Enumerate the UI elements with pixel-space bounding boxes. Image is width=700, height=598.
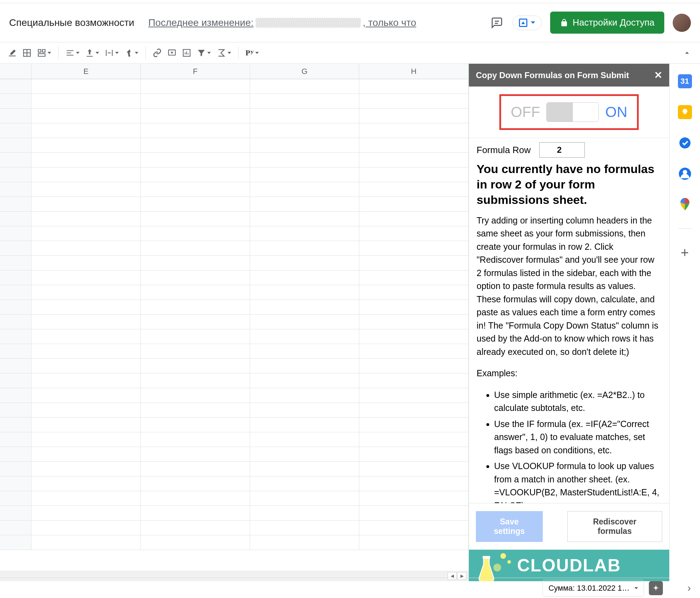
sidebar-header: Copy Down Formulas on Form Submit ✕ bbox=[469, 64, 669, 87]
grid-row[interactable] bbox=[0, 300, 469, 315]
present-button[interactable] bbox=[512, 15, 542, 30]
grid-row[interactable] bbox=[0, 403, 469, 418]
grid-row[interactable] bbox=[0, 447, 469, 462]
grid-row[interactable] bbox=[0, 270, 469, 285]
svg-rect-14 bbox=[483, 556, 490, 559]
insert-link-button[interactable] bbox=[151, 46, 164, 60]
menubar-row: Специальные возможности Последнее измене… bbox=[0, 3, 700, 42]
cloudlab-banner[interactable]: CLOUDLAB bbox=[469, 550, 669, 581]
input-tools-button[interactable]: РУ bbox=[243, 46, 261, 60]
collapse-toolbar-button[interactable] bbox=[680, 46, 694, 60]
toolbar: РУ bbox=[0, 42, 700, 64]
grid-row[interactable] bbox=[0, 212, 469, 226]
status-bar: Сумма: 13.01.2022 1… bbox=[0, 578, 669, 598]
text-wrap-button[interactable] bbox=[103, 46, 121, 60]
col-header[interactable]: G bbox=[250, 64, 359, 79]
grid-row[interactable] bbox=[0, 432, 469, 447]
toggle-on-label: ON bbox=[605, 104, 627, 121]
example-item: Use VLOOKUP formula to look up values fr… bbox=[494, 460, 661, 503]
example-item: Use the IF formula (ex. =IF(A2="Correct … bbox=[494, 418, 661, 457]
grid-row[interactable] bbox=[0, 506, 469, 521]
grid-row[interactable] bbox=[0, 418, 469, 432]
add-addon-button[interactable]: + bbox=[678, 246, 692, 260]
insert-comment-button[interactable] bbox=[165, 46, 179, 60]
grid-row[interactable] bbox=[0, 388, 469, 403]
grid-row[interactable] bbox=[0, 373, 469, 388]
addon-sidebar: Copy Down Formulas on Form Submit ✕ OFF … bbox=[469, 64, 669, 581]
grid-row[interactable] bbox=[0, 138, 469, 153]
share-button[interactable]: Настройки Доступа bbox=[550, 12, 664, 34]
keep-icon[interactable] bbox=[678, 105, 692, 119]
paint-format-button[interactable] bbox=[6, 46, 19, 60]
close-icon[interactable]: ✕ bbox=[654, 69, 662, 81]
hide-rail-button[interactable]: › bbox=[687, 582, 691, 594]
calendar-icon[interactable]: 31 bbox=[678, 74, 692, 88]
grid-row[interactable] bbox=[0, 153, 469, 167]
enable-toggle[interactable] bbox=[546, 102, 599, 122]
col-header[interactable]: E bbox=[32, 64, 141, 79]
cloudlab-label: CLOUDLAB bbox=[517, 555, 621, 576]
maps-icon[interactable] bbox=[678, 198, 692, 212]
insert-chart-button[interactable] bbox=[180, 46, 193, 60]
grid-row[interactable] bbox=[0, 256, 469, 270]
chevron-down-icon bbox=[531, 21, 535, 24]
share-label: Настройки Доступа bbox=[573, 17, 654, 28]
grid-row[interactable] bbox=[0, 241, 469, 256]
grid-row[interactable] bbox=[0, 109, 469, 123]
column-headers: E F G H bbox=[0, 64, 469, 79]
explore-button[interactable] bbox=[649, 581, 663, 595]
formula-row-label: Formula Row bbox=[477, 145, 531, 156]
horizontal-align-button[interactable] bbox=[63, 46, 82, 60]
grid-row[interactable] bbox=[0, 476, 469, 491]
functions-button[interactable] bbox=[214, 46, 233, 60]
formula-row-input[interactable] bbox=[539, 142, 585, 158]
redacted-author bbox=[256, 18, 361, 28]
text-rotation-button[interactable] bbox=[122, 46, 140, 60]
col-header[interactable]: H bbox=[359, 64, 469, 79]
vertical-align-button[interactable] bbox=[83, 46, 101, 60]
grid-row[interactable] bbox=[0, 462, 469, 476]
borders-button[interactable] bbox=[20, 46, 34, 60]
grid-row[interactable] bbox=[0, 123, 469, 138]
account-avatar[interactable] bbox=[673, 14, 691, 32]
filter-button[interactable] bbox=[195, 46, 213, 60]
grid-row[interactable] bbox=[0, 359, 469, 373]
enable-toggle-highlight: OFF ON bbox=[499, 94, 639, 130]
grid-row[interactable] bbox=[0, 94, 469, 109]
grid-row[interactable] bbox=[0, 182, 469, 197]
tasks-icon[interactable] bbox=[678, 136, 692, 150]
save-settings-button[interactable]: Save settings bbox=[476, 511, 543, 542]
grid-row[interactable] bbox=[0, 226, 469, 241]
grid-row[interactable] bbox=[0, 285, 469, 300]
sidebar-heading: You currently have no formulas in row 2 … bbox=[477, 161, 661, 208]
grid-row[interactable] bbox=[0, 197, 469, 212]
merge-cells-button[interactable] bbox=[35, 46, 53, 60]
grid-row[interactable] bbox=[0, 329, 469, 344]
grid-row[interactable] bbox=[0, 167, 469, 182]
svg-point-17 bbox=[682, 170, 687, 174]
present-icon bbox=[519, 19, 527, 27]
contacts-icon[interactable] bbox=[678, 167, 692, 181]
examples-label: Examples: bbox=[477, 367, 661, 380]
examples-list: Use simple arithmetic (ex. =A2*B2..) to … bbox=[477, 389, 661, 503]
quicksum-label: Сумма: 13.01.2022 1… bbox=[548, 584, 630, 593]
grid-row[interactable] bbox=[0, 535, 469, 550]
spreadsheet-grid[interactable]: E F G H ◀ ▶ bbox=[0, 64, 469, 581]
side-rail: 31 + bbox=[669, 64, 700, 581]
comments-icon[interactable] bbox=[490, 16, 504, 30]
sidebar-body-text: Try adding or inserting column headers i… bbox=[477, 214, 661, 359]
grid-row[interactable] bbox=[0, 521, 469, 535]
grid-row[interactable] bbox=[0, 79, 469, 94]
toggle-off-label: OFF bbox=[511, 104, 540, 121]
menu-accessibility[interactable]: Специальные возможности bbox=[9, 17, 134, 28]
rediscover-formulas-button[interactable]: Rediscover formulas bbox=[567, 511, 662, 542]
quicksum-dropdown[interactable]: Сумма: 13.01.2022 1… bbox=[542, 580, 644, 597]
grid-row[interactable] bbox=[0, 344, 469, 359]
example-item: Use simple arithmetic (ex. =A2*B2..) to … bbox=[494, 389, 661, 415]
last-edit-prefix: Последнее изменение: bbox=[148, 17, 254, 28]
last-edit-link[interactable]: Последнее изменение: , только что bbox=[148, 17, 416, 28]
svg-point-15 bbox=[679, 137, 691, 149]
col-header[interactable]: F bbox=[141, 64, 250, 79]
grid-row[interactable] bbox=[0, 491, 469, 506]
grid-row[interactable] bbox=[0, 315, 469, 329]
